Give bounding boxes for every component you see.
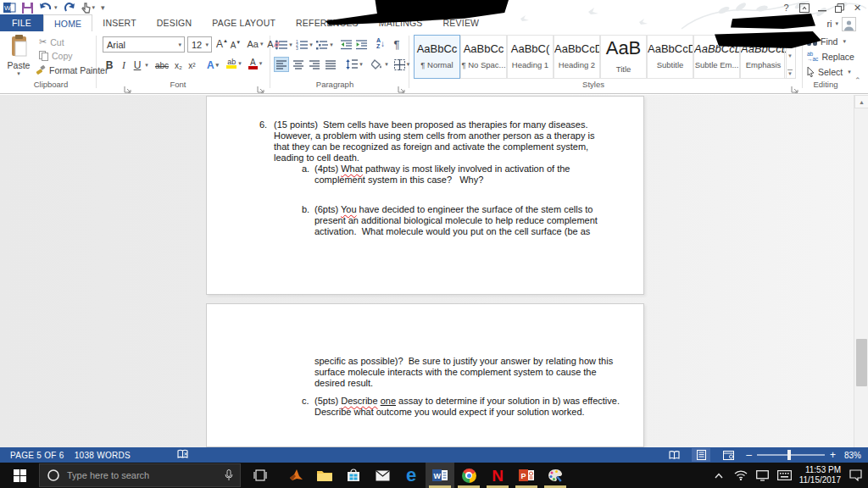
format-painter-button[interactable]: Format Painter [36,65,108,75]
decrease-indent-button[interactable] [339,37,353,53]
highlight-color-button[interactable]: ab▾ [224,56,244,71]
borders-button[interactable]: ▾ [392,57,412,72]
tab-design[interactable]: DESIGN [147,14,202,31]
task-view-button[interactable] [246,463,275,488]
replace-button[interactable]: ab→ac Replace [807,52,854,62]
shading-button[interactable]: ▾ [370,57,390,72]
read-mode-button[interactable] [665,448,683,462]
style-title[interactable]: AaBTitle [600,35,647,79]
taskbar-app-netflix[interactable]: N [483,463,512,488]
align-right-button[interactable] [307,57,322,72]
bullet-list-button[interactable]: ▾ [275,37,293,53]
tab-insert[interactable]: INSERT [92,14,147,31]
document-text-line[interactable]: However, a problem with using stem cells… [207,130,643,141]
font-color-button[interactable]: A▾ [246,56,264,71]
multilevel-list-button[interactable]: ▾ [315,37,334,53]
restore-button[interactable] [831,0,849,15]
line-spacing-button[interactable]: ▾ [344,57,364,72]
action-center-icon[interactable] [844,463,866,488]
paste-button[interactable]: Paste ▾ [2,35,36,84]
document-text-line[interactable]: b.(6pts) You have decided to engineer th… [207,204,643,215]
help-button[interactable]: ? [777,0,795,15]
taskbar-app-powerpoint[interactable]: P [512,463,541,488]
minimize-button[interactable] [813,0,831,15]
undo-caret[interactable]: ▾ [54,4,58,11]
numbered-list-button[interactable]: 123▾ [295,37,314,53]
hidden-icons-chevron[interactable] [708,463,730,488]
superscript-button[interactable]: x² [186,58,198,73]
touch-mode-button[interactable]: ▾ [81,1,96,14]
scroll-up-button[interactable]: ▲ [854,95,868,108]
taskbar-clock[interactable]: 11:53 PM 11/15/2017 [799,465,841,485]
clipboard-dialog-launcher[interactable] [124,81,132,90]
align-center-button[interactable] [291,57,306,72]
document-text-line[interactable]: 6.(15 points) Stem cells have been propo… [207,119,643,130]
bold-button[interactable]: B [103,58,115,73]
collapse-ribbon-button[interactable]: ⌃ [854,76,861,85]
customize-qat-button[interactable]: ▾ [101,1,105,14]
taskbar-search-box[interactable]: Type here to search [39,463,241,487]
grow-font-button[interactable]: A▲ [215,36,229,52]
increase-indent-button[interactable] [354,37,368,53]
scrollbar-thumb[interactable] [856,339,867,386]
tab-home[interactable]: HOME [43,14,92,31]
start-button[interactable] [0,463,39,488]
cut-button[interactable]: ✂Cut [39,36,64,47]
tab-file[interactable]: FILE [0,14,43,31]
document-page-1[interactable]: 6.(15 points) Stem cells have been propo… [206,96,644,295]
close-button[interactable]: ✕ [849,0,866,15]
microphone-icon[interactable] [225,469,233,481]
copy-button[interactable]: Copy [39,51,73,61]
align-left-button[interactable] [274,57,289,72]
zoom-slider-thumb[interactable] [787,450,791,460]
taskbar-app-file-explorer[interactable] [310,463,339,488]
font-name-combobox[interactable]: Arial▾ [103,36,185,53]
style--normal[interactable]: AaBbCc¶ Normal [414,35,460,79]
page-indicator[interactable]: PAGE 5 OF 6 [10,451,64,460]
zoom-percentage[interactable]: 83% [844,451,861,460]
style-heading-1[interactable]: AaBbC(Heading 1 [507,35,554,79]
account-signin[interactable]: ri ▾ [826,16,856,31]
display-icon[interactable] [752,463,774,488]
document-text-line[interactable]: activation. What molecule would you put … [207,226,643,237]
taskbar-app-word[interactable]: W [426,463,454,488]
save-button[interactable] [22,1,33,14]
text-effects-button[interactable]: A▾ [203,58,222,73]
underline-button[interactable]: U [131,58,143,73]
styles-scroll-down-icon[interactable]: ▼ [787,53,793,58]
tab-page-layout[interactable]: PAGE LAYOUT [202,14,286,31]
document-text-line[interactable]: specific as possible)? Be sure to justif… [207,356,643,367]
document-text-line[interactable]: present an additional biological molecul… [207,215,643,226]
paragraph-dialog-launcher[interactable] [398,81,406,90]
underline-caret[interactable]: ▾ [143,58,150,73]
zoom-in-button[interactable]: + [830,449,836,461]
ribbon-display-options-button[interactable] [795,0,813,15]
document-text-line[interactable]: complement system in this case? Why? [207,175,643,186]
wifi-icon[interactable] [730,463,752,488]
word-count[interactable]: 1038 WORDS [75,451,131,460]
change-case-button[interactable]: Aa▾ [246,36,264,52]
document-text-line[interactable]: c.(5pts) Describe one assay to determine… [207,396,643,407]
document-text-line[interactable]: Describe what outcome you would expect i… [207,407,643,418]
show-paragraph-marks-button[interactable]: ¶ [391,36,403,52]
taskbar-app-chrome[interactable] [454,463,483,488]
taskbar-app-edge[interactable]: e [397,463,426,488]
vertical-scrollbar[interactable]: ▲ [854,95,868,447]
touch-keyboard-icon[interactable] [774,463,796,488]
proofing-errors-icon[interactable]: ✕ [177,449,188,461]
styles-more-icon[interactable]: ▼ [787,69,793,76]
document-text-line[interactable]: a.(4pts) What pathway is most likely inv… [207,164,643,175]
taskbar-app-matlab[interactable] [281,463,310,488]
strikethrough-button[interactable]: abc [153,58,170,73]
style--no-spac-[interactable]: AaBbCc¶ No Spac... [460,35,507,79]
print-layout-button[interactable] [692,448,710,462]
touch-mode-caret[interactable]: ▾ [92,4,96,11]
font-dialog-launcher[interactable] [257,81,265,90]
taskbar-app-store[interactable] [339,463,368,488]
document-page-2[interactable]: specific as possible)? Be sure to justif… [206,303,644,447]
style-subtitle[interactable]: AaBbCcDSubtitle [647,35,693,79]
select-button[interactable]: Select▾ [807,67,851,77]
undo-button[interactable]: ▾ [39,1,58,14]
font-size-combobox[interactable]: 12▾ [187,36,212,53]
redo-button[interactable] [64,1,75,14]
